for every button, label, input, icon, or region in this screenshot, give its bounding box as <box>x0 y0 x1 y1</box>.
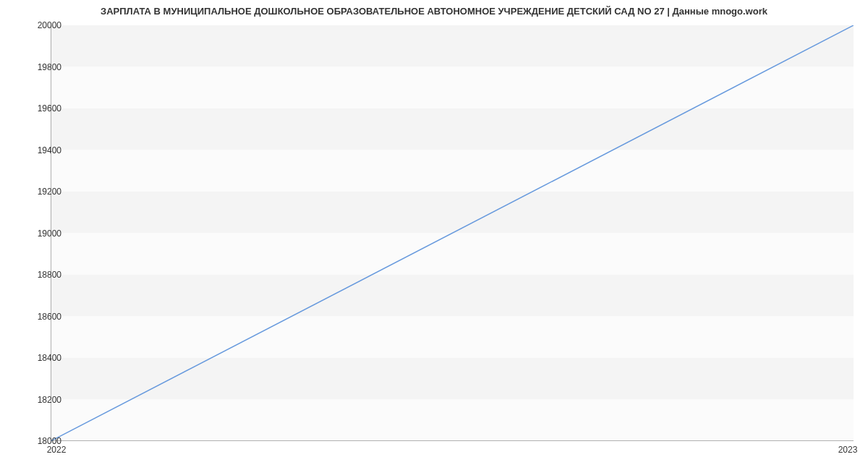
plot-area <box>51 25 854 441</box>
chart-container: ЗАРПЛАТА В МУНИЦИПАЛЬНОЕ ДОШКОЛЬНОЕ ОБРА… <box>0 0 868 470</box>
y-tick-label: 19200 <box>25 187 61 197</box>
svg-rect-0 <box>51 25 854 67</box>
y-tick-label: 19400 <box>25 145 61 155</box>
x-tick-label: 2022 <box>47 445 67 455</box>
y-tick-label: 19800 <box>25 62 61 72</box>
svg-rect-7 <box>51 317 854 359</box>
svg-rect-6 <box>51 275 854 317</box>
svg-rect-5 <box>51 234 854 275</box>
svg-rect-2 <box>51 108 854 150</box>
y-tick-label: 19600 <box>25 103 61 114</box>
x-tick-label: 2023 <box>838 445 858 455</box>
svg-rect-4 <box>51 192 854 234</box>
y-tick-label: 19000 <box>25 228 61 239</box>
svg-rect-9 <box>51 400 854 442</box>
y-tick-label: 18400 <box>25 353 61 363</box>
svg-rect-3 <box>51 150 854 192</box>
y-tick-label: 20000 <box>25 20 61 30</box>
chart-title: ЗАРПЛАТА В МУНИЦИПАЛЬНОЕ ДОШКОЛЬНОЕ ОБРА… <box>0 0 868 17</box>
y-tick-label: 18200 <box>25 395 61 405</box>
y-tick-label: 18600 <box>25 312 61 322</box>
y-tick-label: 18800 <box>25 270 61 280</box>
